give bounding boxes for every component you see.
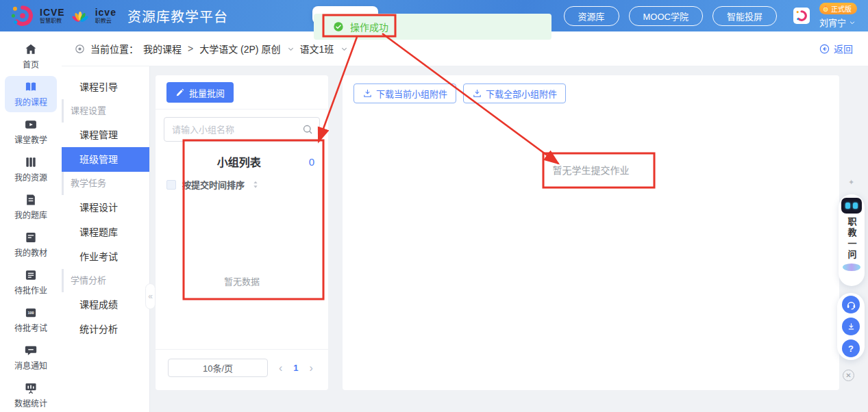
ai-assistant-widget[interactable]: 职教一问 <box>839 194 865 286</box>
group-search-input[interactable] <box>164 117 320 142</box>
breadcrumb-separator: > <box>188 43 193 54</box>
chevron-down-icon <box>849 19 856 26</box>
select-all-checkbox[interactable] <box>166 180 176 190</box>
version-badge: 正式版 <box>819 3 857 14</box>
menu-item-course-management[interactable]: 课程管理 <box>62 123 149 147</box>
assistant-label: 职教一问 <box>845 217 858 261</box>
nav-mooc-button[interactable]: MOOC学院 <box>629 6 703 26</box>
user-block[interactable]: 正式版 刘宵宁 <box>819 3 857 29</box>
submission-empty-text: 暂无学生提交作业 <box>343 163 839 177</box>
breadcrumb-root[interactable]: 我的课程 <box>143 42 182 55</box>
rail-item-my-question-bank[interactable]: 我的题库 <box>5 189 57 225</box>
platform-logos: ICVE 智慧职教 icve 职教云 <box>11 4 116 27</box>
download-buttons-row: 下载当前小组附件 下载全部小组附件 <box>343 75 839 103</box>
menu-item-class-management[interactable]: 班级管理 <box>62 147 149 172</box>
page-title: 资源库教学平台 <box>127 6 228 26</box>
logo2-sub: 职教云 <box>95 18 116 24</box>
download-current-group-button[interactable]: 下载当前小组附件 <box>354 83 456 103</box>
username-dropdown[interactable]: 刘宵宁 <box>819 16 856 29</box>
prev-page-button[interactable]: ‹ <box>279 363 282 374</box>
menu-section-teaching-tasks: 教学任务 <box>62 172 149 195</box>
download-center-button[interactable] <box>842 318 860 335</box>
success-toast: 操作成功 <box>314 14 551 40</box>
question-bank-icon <box>24 193 38 207</box>
pencil-icon <box>175 88 185 97</box>
floating-toolbar: ? <box>837 293 865 360</box>
rail-item-homework-to-review[interactable]: 待批作业 <box>5 264 57 300</box>
sort-label: 按提交时间排序 <box>182 178 245 191</box>
home-icon <box>24 42 38 56</box>
header-nav: 资源库 MOOC学院 智能投屏 正式版 刘 <box>564 3 857 29</box>
zhijiaoyun-fan-logo-icon <box>71 6 90 25</box>
chevron-down-icon[interactable] <box>340 45 348 53</box>
download-all-groups-button[interactable]: 下载全部小组附件 <box>463 83 566 103</box>
exam-icon: 100 <box>24 306 38 320</box>
batch-review-button[interactable]: 批量批阅 <box>166 82 234 103</box>
logo1-name: ICVE <box>40 8 65 17</box>
download-icon <box>472 88 482 99</box>
menu-section-course-settings: 课程设置 <box>62 99 149 123</box>
download-icon <box>362 88 373 99</box>
rail-item-my-textbooks[interactable]: 我的教材 <box>5 227 57 263</box>
customer-service-button[interactable] <box>842 296 860 313</box>
location-icon <box>74 43 86 55</box>
rail-item-classroom-teaching[interactable]: 课堂教学 <box>5 114 57 150</box>
group-list-panel: 批量批阅 小组列表 0 <box>156 75 328 390</box>
statistics-icon <box>24 381 38 395</box>
current-page-number[interactable]: 1 <box>293 363 298 373</box>
group-list-empty-text: 暂无数据 <box>156 274 328 287</box>
submission-panel: 下载当前小组附件 下载全部小组附件 暂无学生提交作业 <box>343 75 839 390</box>
resources-icon <box>24 155 38 169</box>
pagination: 10条/页 ‹ 1 › <box>156 349 328 390</box>
download-cloud-icon <box>845 321 857 333</box>
rail-item-exams-to-review[interactable]: 100 待批考试 <box>5 302 57 338</box>
breadcrumb-class-dropdown[interactable]: 语文1班 <box>299 42 334 55</box>
sort-arrows-icon[interactable] <box>251 179 260 190</box>
homework-icon <box>24 268 38 282</box>
classroom-video-icon <box>24 118 38 131</box>
icve-swirl-logo-icon <box>11 4 34 27</box>
toast-message: 操作成功 <box>350 20 388 34</box>
menu-item-course-grades[interactable]: 课程成绩 <box>62 292 149 317</box>
menu-item-statistical-analysis[interactable]: 统计分析 <box>62 317 149 342</box>
group-list-header: 小组列表 0 <box>169 153 314 170</box>
message-icon <box>24 344 38 357</box>
help-button[interactable]: ? <box>842 339 860 357</box>
back-button[interactable]: 返回 <box>819 42 853 55</box>
rail-item-my-courses[interactable]: 我的课程 <box>5 76 57 112</box>
rail-item-home[interactable]: 首页 <box>5 38 57 75</box>
menu-item-course-guide[interactable]: 课程引导 <box>62 75 149 99</box>
book-open-icon <box>24 80 38 94</box>
headset-icon <box>845 299 857 311</box>
next-page-button[interactable]: › <box>310 363 313 374</box>
rail-item-data-statistics[interactable]: 数据统计 <box>5 377 57 412</box>
breadcrumb-prefix: 当前位置： <box>90 42 138 55</box>
logo1-sub: 智慧职教 <box>40 18 65 24</box>
robot-face-icon <box>841 198 862 214</box>
group-search <box>164 117 320 142</box>
nav-resource-library-button[interactable]: 资源库 <box>564 6 619 26</box>
breadcrumb-course-dropdown[interactable]: 大学语文 (2P) 原创 <box>199 42 280 55</box>
search-icon[interactable] <box>301 123 314 136</box>
sort-row: 按提交时间排序 <box>166 178 317 191</box>
content-area: 批量批阅 小组列表 0 <box>150 66 868 412</box>
textbook-icon <box>24 231 38 244</box>
menu-item-course-question-bank[interactable]: 课程题库 <box>62 220 149 244</box>
screen-root: ICVE 智慧职教 icve 职教云 资源库教学平台 资源库 MOOC学院 <box>0 0 868 412</box>
robot-base-glow <box>843 263 860 271</box>
menu-section-learning-analysis: 学情分析 <box>62 269 149 292</box>
nav-screencast-button[interactable]: 智能投屏 <box>712 6 777 26</box>
app-launcher-icon[interactable] <box>793 8 810 24</box>
zhijiaoyun-logo-text: icve 职教云 <box>95 8 116 24</box>
menu-item-course-design[interactable]: 课程设计 <box>62 195 149 220</box>
menu-item-homework-exam[interactable]: 作业考试 <box>62 244 149 269</box>
close-floating-toolbar-button[interactable]: ✕ <box>843 370 854 381</box>
medal-icon <box>822 5 829 12</box>
sidebar-collapse-handle[interactable]: « <box>145 283 156 309</box>
back-circle-arrow-icon <box>819 43 830 55</box>
page-size-select[interactable]: 10条/页 <box>168 359 268 377</box>
rail-item-my-resources[interactable]: 我的资源 <box>5 151 57 188</box>
rail-item-notifications[interactable]: 消息通知 <box>5 339 57 376</box>
chevron-down-icon[interactable] <box>287 45 295 53</box>
divider <box>156 109 328 110</box>
